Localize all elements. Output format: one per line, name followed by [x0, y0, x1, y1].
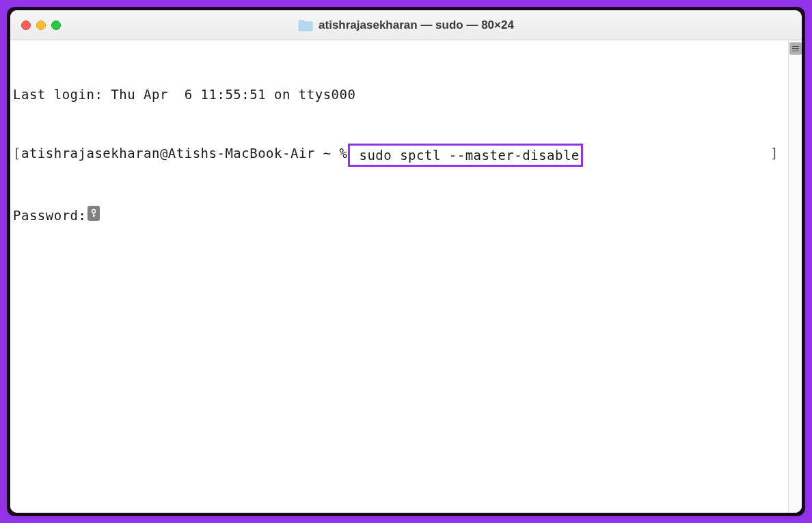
traffic-lights: [21, 21, 61, 30]
terminal-body: Last login: Thu Apr 6 11:55:51 on ttys00…: [10, 40, 802, 513]
scroll-indicator-icon: [789, 42, 802, 55]
svg-point-0: [92, 210, 96, 213]
folder-icon: [298, 19, 313, 31]
window-title: atishrajasekharan — sudo — 80×24: [298, 18, 514, 32]
password-line: Password:: [13, 206, 785, 226]
svg-rect-2: [94, 215, 96, 217]
window-title-text: atishrajasekharan — sudo — 80×24: [319, 18, 514, 32]
bracket-open: [: [13, 144, 21, 167]
scrollbar[interactable]: [788, 40, 802, 513]
maximize-button[interactable]: [51, 21, 61, 30]
last-login-text: Last login: Thu Apr 6 11:55:51 on ttys00…: [13, 85, 355, 105]
terminal-content[interactable]: Last login: Thu Apr 6 11:55:51 on ttys00…: [10, 40, 788, 513]
prompt-line: [atishrajasekharan@Atishs-MacBook-Air ~ …: [13, 144, 785, 167]
outer-frame: atishrajasekharan — sudo — 80×24 Last lo…: [7, 7, 805, 516]
key-icon: [87, 206, 100, 221]
terminal-window: atishrajasekharan — sudo — 80×24 Last lo…: [10, 10, 802, 513]
last-login-line: Last login: Thu Apr 6 11:55:51 on ttys00…: [13, 85, 785, 105]
highlighted-command: sudo spctl --master-disable: [348, 144, 583, 167]
close-button[interactable]: [21, 21, 31, 30]
title-bar[interactable]: atishrajasekharan — sudo — 80×24: [10, 10, 802, 40]
prompt-text: atishrajasekharan@Atishs-MacBook-Air ~ %: [21, 144, 348, 167]
minimize-button[interactable]: [36, 21, 46, 30]
bracket-close: ]: [770, 144, 785, 167]
password-label: Password:: [13, 206, 86, 226]
